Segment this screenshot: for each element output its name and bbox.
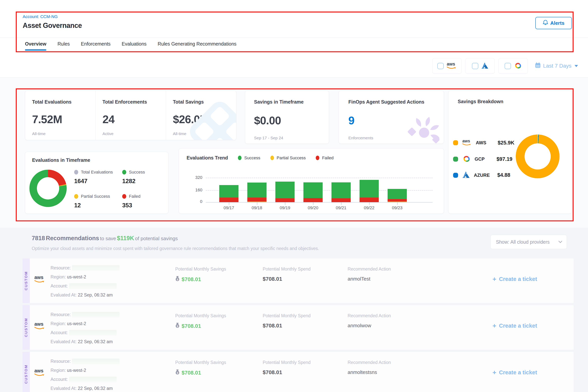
azure-checkbox[interactable]: [472, 63, 478, 69]
legend-total-evaluations: Total Evaluations 1647: [74, 170, 113, 185]
stat-label: Total Enforcements: [102, 99, 166, 105]
legend-item-gcp: GCP $97.19: [453, 155, 512, 163]
legend-value: 12: [74, 202, 110, 209]
custom-tag: CUSTOM: [22, 305, 30, 350]
x-axis-label: 09/22: [358, 206, 381, 210]
recommended-action: Recommended Action anmolwow: [348, 313, 391, 328]
savings-breakdown-card: Savings Breakdown AWS $25.9K GCP $97.19 …: [448, 90, 572, 214]
create-ticket-button[interactable]: + Create a ticket: [492, 322, 537, 330]
gcp-swatch: [453, 156, 458, 162]
custom-tag: CUSTOM: [22, 352, 30, 392]
legend-partial-success: Partial Success 12: [74, 194, 110, 209]
tab-evaluations[interactable]: Evaluations: [122, 41, 146, 54]
legend-success: Success 1282: [122, 170, 145, 185]
bar-segment: [219, 185, 238, 198]
bar-segment: [275, 198, 294, 202]
bar-segment: [219, 198, 238, 202]
trend-bar: [332, 182, 351, 202]
breadcrumb-account-link[interactable]: Account: CCM-NG: [23, 14, 58, 19]
legend-label: Failed: [129, 194, 140, 199]
azure-swatch: [453, 173, 458, 178]
alerts-button[interactable]: Alerts: [535, 17, 572, 29]
bar-segment: [388, 199, 407, 202]
filter-card-gcp[interactable]: [498, 58, 528, 74]
custom-tag: CUSTOM: [22, 258, 30, 303]
total-evaluations-stat: Total Evaluations 7.52M All-time: [25, 91, 95, 140]
trend-bar: [304, 182, 323, 202]
aws-checkbox[interactable]: [437, 63, 444, 69]
x-tick: [397, 202, 398, 205]
date-range-label: Last 7 Days: [543, 63, 572, 69]
gcp-checkbox[interactable]: [504, 63, 511, 69]
stat-label: FinOps Agent Suggested Actions: [348, 99, 444, 105]
cloud-provider-filter-select[interactable]: Show: All cloud providers: [490, 235, 567, 249]
create-ticket-button[interactable]: + Create a ticket: [492, 275, 537, 283]
provider-amount: $4.88: [497, 172, 510, 178]
totals-card: Total Evaluations 7.52M All-time Total E…: [25, 90, 236, 140]
money-bag-icon: [175, 323, 180, 329]
chevron-down-icon: [574, 65, 578, 67]
total-dot-icon: [74, 170, 78, 174]
provider-filter-row: Last 7 Days: [432, 58, 578, 74]
x-axis-label: 09/20: [302, 206, 324, 210]
legend-value: 353: [122, 202, 140, 209]
aws-icon: [462, 139, 472, 147]
redacted-resource-value: [72, 265, 120, 271]
x-axis-label: 09/19: [274, 206, 296, 210]
trend-bar: [275, 182, 294, 202]
alerts-button-label: Alerts: [550, 20, 564, 26]
bell-icon: [543, 20, 548, 26]
aws-icon: [34, 368, 45, 377]
recommendation-row[interactable]: CUSTOM Resource: Region: us-west-2 Accou…: [22, 305, 574, 350]
money-bag-icon: [175, 276, 180, 283]
x-tick: [257, 202, 257, 205]
x-axis-label: 09/18: [246, 206, 268, 210]
legend-label: Success: [129, 170, 145, 175]
potential-monthly-savings: Potential Monthly Savings $708.01: [175, 313, 226, 329]
recommended-action: Recommended Action anmoltestsns: [348, 360, 391, 375]
bar-segment: [275, 182, 294, 198]
redacted-account-value: [69, 377, 117, 382]
redacted-resource-value: [72, 358, 120, 364]
gcp-icon: [514, 62, 522, 70]
redacted-account-value: [69, 283, 117, 289]
tab-enforcements[interactable]: Enforcements: [81, 41, 110, 54]
x-tick: [341, 202, 342, 205]
total-savings-stat: Total Savings $26.0K All-time: [166, 91, 236, 140]
stat-value: 7.52M: [32, 113, 95, 126]
legend-item-azure: AZURE $4.88: [453, 172, 510, 179]
savings-in-timeframe-card: Savings in Timeframe $0.00 Sep 17 - Sep …: [245, 90, 329, 144]
x-axis-label: 09/21: [330, 206, 352, 210]
potential-monthly-savings: Potential Monthly Savings $708.01: [175, 266, 226, 283]
provider-amount: $97.19: [496, 156, 512, 162]
heading-mid: to save: [100, 236, 116, 241]
aws-swatch: [453, 140, 458, 145]
potential-monthly-spend: Potential Monthly Spend $708.01: [263, 360, 310, 376]
aws-icon: [447, 62, 457, 70]
recommendations-word: Recommendations: [46, 235, 99, 242]
stat-label: Savings in Timeframe: [254, 99, 329, 105]
create-ticket-button[interactable]: + Create a ticket: [492, 369, 537, 376]
recommendation-row[interactable]: CUSTOM Resource: Region: us-west-2 Accou…: [22, 258, 574, 303]
legend-value: 1282: [122, 178, 145, 185]
filter-card-azure[interactable]: [466, 58, 494, 74]
stat-value: $0.00: [254, 114, 329, 127]
tab-bar: Overview Rules Enforcements Evaluations …: [25, 41, 236, 54]
resource-details: Resource: Region: us-west-2 Account: Eva…: [50, 264, 120, 300]
stat-sublabel: Sep 17 - Sep 24: [254, 136, 329, 140]
potential-monthly-savings: Potential Monthly Savings $708.01: [175, 360, 226, 376]
date-range-selector[interactable]: Last 7 Days: [535, 62, 578, 69]
tab-overview[interactable]: Overview: [25, 41, 46, 54]
x-axis-label: 09/17: [217, 206, 240, 210]
stat-sublabel: All-time: [173, 132, 186, 136]
tab-rules[interactable]: Rules: [58, 41, 70, 54]
stat-value: 24: [102, 113, 166, 126]
tab-rules-generating-recommendations[interactable]: Rules Generating Recommendations: [158, 41, 236, 54]
stat-label: Total Savings: [173, 99, 236, 105]
stat-label: Total Evaluations: [32, 99, 95, 105]
recommendation-row[interactable]: CUSTOM Resource: Region: us-west-2 Accou…: [22, 352, 574, 392]
calendar-icon: [535, 62, 541, 69]
bar-segment: [332, 182, 351, 198]
filter-card-aws[interactable]: [432, 58, 462, 74]
x-tick: [313, 202, 314, 205]
